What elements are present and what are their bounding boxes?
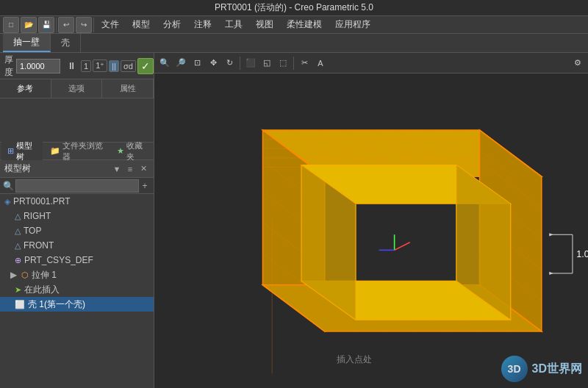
modeltree-icon: ⊞ bbox=[7, 146, 14, 156]
vp-display-mode[interactable]: ◱ bbox=[259, 56, 274, 71]
step3-btn[interactable]: || bbox=[109, 60, 119, 72]
plane-icon-front: △ bbox=[15, 241, 21, 251]
watermark: 3D 3D世界网 bbox=[501, 356, 582, 382]
expand-icon-extrude: ▶ bbox=[10, 270, 17, 280]
pause-icon[interactable]: ⏸ bbox=[63, 58, 79, 74]
menu-tools[interactable]: 工具 bbox=[219, 17, 248, 32]
sub-tabs: 参考 选项 属性 bbox=[0, 79, 154, 98]
vp-view-orient[interactable]: ⬛ bbox=[243, 56, 258, 71]
toolbar-open[interactable]: 📂 bbox=[21, 17, 37, 33]
vp-pan[interactable]: ✥ bbox=[206, 56, 220, 71]
svg-text:插入点处: 插入点处 bbox=[337, 354, 372, 364]
insert-icon: ➤ bbox=[15, 285, 21, 295]
subtab-options[interactable]: 选项 bbox=[51, 79, 103, 98]
folder-icon: 📁 bbox=[50, 146, 60, 156]
plane-icon-top: △ bbox=[15, 226, 21, 236]
favorites-icon: ★ bbox=[117, 146, 124, 156]
tree-settings-icon[interactable]: ▼ bbox=[111, 163, 123, 175]
tree-header: 模型树 ▼ ≡ ✕ bbox=[0, 160, 154, 178]
toolbar-save[interactable]: 💾 bbox=[38, 17, 54, 33]
svg-text:1.0000: 1.0000 bbox=[576, 249, 588, 259]
viewport: 🔍 🔎 ⊡ ✥ ↻ ⬛ ◱ ⬚ ✂ A ⚙ bbox=[154, 53, 588, 388]
vp-rotate[interactable]: ↻ bbox=[222, 56, 237, 71]
tree-item-right[interactable]: △ RIGHT bbox=[0, 209, 154, 223]
menu-file[interactable]: 文件 bbox=[96, 17, 125, 32]
thickness-input[interactable] bbox=[16, 59, 60, 73]
content-area: 厚度 ⏸ 1 1⁺ || σd ✓ ✗ 参考 选项 属性 bbox=[0, 53, 588, 388]
vp-settings[interactable]: ⚙ bbox=[570, 56, 585, 71]
tree-search: 🔍 + bbox=[0, 178, 154, 194]
menu-annotation[interactable]: 注释 bbox=[188, 17, 218, 32]
menubar: □ 📂 💾 ↩ ↪ 文件 模型 分析 注释 工具 视图 柔性建模 应用程序 bbox=[0, 16, 588, 34]
canvas-area[interactable]: 1.0000 插入点处 3D 3D世界网 bbox=[154, 73, 588, 388]
tab-shell-wall[interactable]: 抽一壁 bbox=[3, 34, 51, 52]
vp-zoom-in[interactable]: 🔍 bbox=[157, 56, 172, 71]
vp-zoom-out[interactable]: 🔎 bbox=[173, 56, 188, 71]
toolbar-redo[interactable]: ↪ bbox=[76, 17, 92, 33]
tree-expand-icon[interactable]: ≡ bbox=[124, 163, 136, 175]
subtab-reference[interactable]: 参考 bbox=[0, 79, 51, 98]
vp-zoom-fit[interactable]: ⊡ bbox=[190, 56, 204, 71]
subtab-properties[interactable]: 属性 bbox=[102, 79, 154, 98]
tree-title: 模型树 bbox=[4, 162, 31, 175]
tab-shell[interactable]: 壳 bbox=[51, 34, 81, 52]
tree-item-csys[interactable]: ⊕ PRT_CSYS_DEF bbox=[0, 253, 154, 267]
tree-item-insert[interactable]: ➤ 在此插入 bbox=[0, 282, 154, 297]
tree-add-icon[interactable]: + bbox=[139, 180, 151, 192]
tree-item-root[interactable]: ◈ PRT0001.PRT bbox=[0, 194, 154, 209]
tree-item-top[interactable]: △ TOP bbox=[0, 223, 154, 238]
tree-item-shell[interactable]: ⬜ 壳 1(第一个壳) bbox=[0, 297, 154, 312]
thickness-bar: 厚度 ⏸ 1 1⁺ || σd ✓ ✗ bbox=[0, 53, 154, 79]
vp-section[interactable]: ✂ bbox=[297, 56, 312, 71]
step1-btn[interactable]: 1 bbox=[81, 60, 91, 72]
search-icon: 🔍 bbox=[3, 181, 14, 191]
3d-viewport-svg: 1.0000 插入点处 bbox=[154, 73, 588, 388]
titlebar: PRT0001 (活动的) - Creo Parametric 5.0 bbox=[0, 0, 588, 16]
csys-icon: ⊕ bbox=[15, 256, 21, 265]
thickness-label: 厚度 bbox=[4, 54, 13, 79]
tree-item-front[interactable]: △ FRONT bbox=[0, 238, 154, 253]
search-input[interactable] bbox=[15, 179, 139, 193]
tree-item-extrude[interactable]: ▶ ⬡ 拉伸 1 bbox=[0, 267, 154, 282]
step4-btn[interactable]: σd bbox=[121, 60, 136, 72]
tabs-row: 抽一壁 壳 bbox=[0, 34, 588, 53]
watermark-text: 3D世界网 bbox=[532, 362, 582, 377]
extrude-icon: ⬡ bbox=[21, 270, 29, 280]
toolbar-new[interactable]: □ bbox=[3, 17, 19, 33]
confirm-button[interactable]: ✓ bbox=[137, 58, 154, 74]
left-panel: 厚度 ⏸ 1 1⁺ || σd ✓ ✗ 参考 选项 属性 bbox=[0, 53, 154, 388]
title-text: PRT0001 (活动的) - Creo Parametric 5.0 bbox=[215, 1, 373, 14]
vp-display-style[interactable]: ⬚ bbox=[276, 56, 290, 71]
menu-flexible[interactable]: 柔性建模 bbox=[281, 17, 328, 32]
app: PRT0001 (活动的) - Creo Parametric 5.0 □ 📂 … bbox=[0, 0, 588, 388]
tree-items: ◈ PRT0001.PRT △ RIGHT △ TOP △ FRONT bbox=[0, 194, 154, 388]
vp-annotation[interactable]: A bbox=[313, 56, 328, 71]
shell-icon: ⬜ bbox=[15, 300, 25, 309]
viewport-toolbar: 🔍 🔎 ⊡ ✥ ↻ ⬛ ◱ ⬚ ✂ A ⚙ bbox=[154, 53, 588, 73]
plane-icon-right: △ bbox=[15, 212, 21, 221]
menu-apps[interactable]: 应用程序 bbox=[329, 17, 376, 32]
prt-icon: ◈ bbox=[4, 197, 10, 206]
tree-close-icon[interactable]: ✕ bbox=[137, 163, 149, 175]
step2-btn[interactable]: 1⁺ bbox=[93, 60, 107, 72]
watermark-logo: 3D bbox=[501, 356, 528, 382]
toolbar-undo[interactable]: ↩ bbox=[58, 17, 74, 33]
menu-view[interactable]: 视图 bbox=[250, 17, 279, 32]
menu-analysis[interactable]: 分析 bbox=[157, 17, 187, 32]
panel-tabs: ⊞ 模型树 📁 文件夹浏览器 ★ 收藏夹 bbox=[0, 143, 154, 160]
menu-model[interactable]: 模型 bbox=[126, 17, 156, 32]
